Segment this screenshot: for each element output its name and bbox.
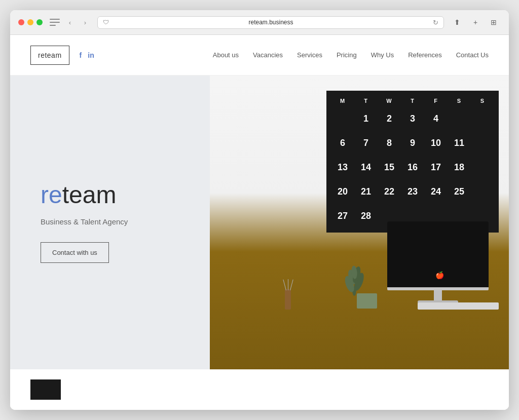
cal-day-4: 4 [425,107,447,130]
cal-day-empty6 [471,180,494,203]
logo-area: reteam f in [30,46,94,65]
diffuser-stick-3 [290,280,293,291]
hero-title: reteam [41,182,204,209]
cal-header-fri: F [425,96,447,106]
cal-day-empty4 [471,131,494,155]
cal-day-1: 1 [355,107,377,130]
cal-day-10: 10 [425,131,447,155]
cal-day-18: 18 [448,156,470,179]
social-links: f in [80,51,94,59]
share-button[interactable]: ⬆ [450,15,464,29]
browser-chrome: ‹ › 🛡 ↻ ⬆ + ⊞ [10,10,509,35]
cal-header-sun: S [471,96,494,106]
cal-day-empty3 [471,107,494,130]
cal-day-9: 9 [401,131,424,155]
reload-button[interactable]: ↻ [433,19,438,26]
desk-diffuser [285,289,291,310]
cal-day-17: 17 [425,156,447,179]
apple-logo: 🍎 [435,271,444,279]
cal-day-22: 22 [378,180,400,203]
desk-plant [352,263,382,309]
calendar-board: M T W T F S S 1 2 3 4 [326,91,499,233]
nav-contact-us[interactable]: Contact Us [456,51,489,59]
site-header: reteam f in About us Vacancies Services … [10,35,509,75]
site-nav: About us Vacancies Services Pricing Why … [213,51,489,59]
cal-day-14: 14 [355,156,377,179]
cal-day-25: 25 [448,180,470,203]
contact-cta-button[interactable]: Contact with us [41,242,109,263]
cal-header-tue: T [355,96,377,106]
desk-scene: M T W T F S S 1 2 3 4 [210,75,509,369]
forward-button[interactable]: › [79,16,91,28]
address-bar[interactable] [113,19,429,26]
nav-why-us[interactable]: Why Us [371,51,394,59]
keyboard [418,302,499,310]
cal-day-20: 20 [331,180,354,203]
cal-day-13: 13 [331,156,354,179]
below-hero-section [10,369,509,410]
cal-day-empty1 [331,107,354,130]
tabs-overview-button[interactable]: ⊞ [487,15,501,29]
monitor-stand-neck [434,290,442,300]
facebook-link[interactable]: f [80,51,82,59]
cal-day-7: 7 [355,131,377,155]
diffuser-stick-2 [288,279,288,290]
cal-day-8: 8 [378,131,400,155]
back-button[interactable]: ‹ [64,16,76,28]
cal-day-23: 23 [401,180,424,203]
hero-background-image: M T W T F S S 1 2 3 4 [210,75,509,369]
close-button[interactable] [18,19,24,25]
cal-day-27: 27 [331,204,354,227]
hero-title-prefix: re [41,181,62,208]
nav-vacancies[interactable]: Vacancies [253,51,283,59]
nav-references[interactable]: References [408,51,441,59]
cal-day-21: 21 [355,180,377,203]
below-hero-image-1 [30,379,61,400]
site-logo[interactable]: reteam [30,46,69,65]
diffuser-stick-1 [283,280,286,291]
sidebar-toggle-button[interactable] [49,16,61,28]
linkedin-link[interactable]: in [88,51,94,59]
cal-day-16: 16 [401,156,424,179]
site-content: reteam f in About us Vacancies Services … [10,35,509,410]
cal-day-empty5 [471,156,494,179]
cal-day-3: 3 [401,107,424,130]
address-bar-container: 🛡 ↻ [97,16,444,29]
nav-pricing[interactable]: Pricing [337,51,357,59]
hero-content: reteam Business & Talent Agency Contact … [10,75,235,369]
nav-services[interactable]: Services [297,51,322,59]
cal-day-28: 28 [355,204,377,227]
computer-monitor [387,221,489,303]
cal-day-15: 15 [378,156,400,179]
cal-day-2: 2 [378,107,400,130]
hero-subtitle: Business & Talent Agency [41,217,204,226]
cal-header-thu: T [401,96,424,106]
security-icon: 🛡 [103,19,109,26]
cal-day-empty2 [448,107,470,130]
maximize-button[interactable] [36,19,43,25]
cal-header-mon: M [331,96,354,106]
cal-header-wed: W [378,96,400,106]
hero-section: reteam Business & Talent Agency Contact … [10,75,509,369]
diffuser-sticks [286,279,290,290]
browser-nav: ‹ › [49,16,91,28]
hero-title-suffix: team [62,181,117,208]
minimize-button[interactable] [27,19,33,25]
cal-header-sat: S [448,96,470,106]
traffic-lights [18,19,43,25]
cal-day-6: 6 [331,131,354,155]
browser-actions: ⬆ + ⊞ [450,15,501,29]
cal-day-11: 11 [448,131,470,155]
nav-about-us[interactable]: About us [213,51,239,59]
browser-window: ‹ › 🛡 ↻ ⬆ + ⊞ reteam f in About [10,10,509,410]
new-tab-button[interactable]: + [468,15,483,29]
cal-day-24: 24 [425,180,447,203]
plant-leaves-svg [342,263,367,296]
